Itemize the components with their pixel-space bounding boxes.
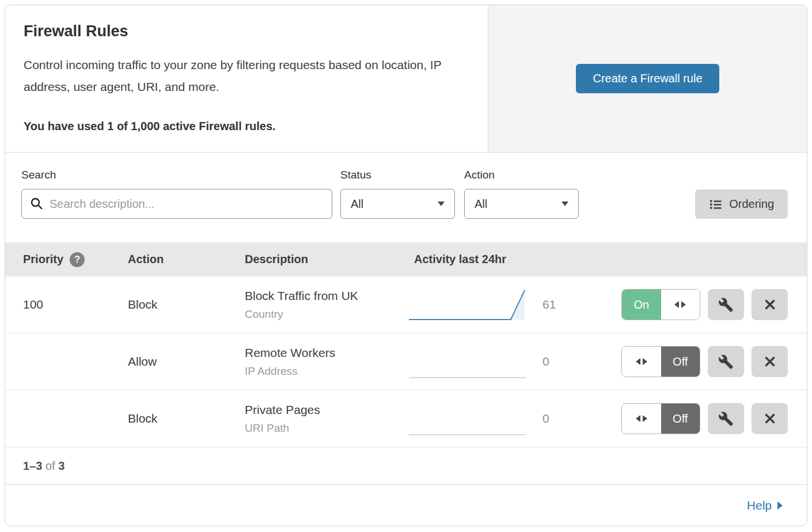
ordering-button-label: Ordering <box>729 197 774 211</box>
search-label: Search <box>21 169 332 181</box>
chevron-down-icon <box>438 202 445 206</box>
pagination-status: 1–3 of 3 <box>5 447 807 484</box>
table-row: 100 Block Block Traffic from UK Country … <box>5 276 807 333</box>
panel-footer: Help <box>5 484 807 526</box>
table-header: Priority ? Action Description Activity l… <box>5 242 807 276</box>
toggle-state-label: Off <box>661 404 700 434</box>
rule-action: Allow <box>128 355 245 368</box>
rule-action: Block <box>128 298 245 311</box>
search-icon <box>30 197 44 211</box>
header-action-panel: Create a Firewall rule <box>488 5 807 152</box>
status-selected-value: All <box>351 197 363 211</box>
toggle-handle <box>622 347 661 377</box>
search-input[interactable] <box>21 189 332 219</box>
activity-count: 0 <box>532 412 601 425</box>
rule-match-type: Country <box>245 308 408 321</box>
usage-note: You have used 1 of 1,000 active Firewall… <box>24 120 469 133</box>
status-select[interactable]: All <box>340 189 455 219</box>
left-right-arrows-icon <box>674 301 686 308</box>
rule-controls: Off <box>601 346 788 377</box>
wrench-icon <box>718 354 734 370</box>
wrench-icon <box>718 411 734 427</box>
close-icon <box>763 355 777 368</box>
list-icon <box>709 197 723 211</box>
column-priority: Priority ? <box>23 252 128 267</box>
rule-action: Block <box>128 412 245 425</box>
rule-description-cell: Private Pages URI Path <box>245 403 408 435</box>
help-question-icon[interactable]: ? <box>70 252 85 267</box>
rule-match-type: URI Path <box>245 422 408 435</box>
activity-count: 61 <box>532 298 601 311</box>
edit-rule-button[interactable] <box>708 289 744 320</box>
rule-controls: On <box>601 289 788 320</box>
pagination-range: 1–3 <box>23 459 42 472</box>
rule-description: Remote Workers <box>245 346 408 360</box>
chevron-down-icon <box>561 202 568 206</box>
toggle-handle <box>661 290 700 320</box>
column-activity: Activity last 24hr <box>408 253 601 266</box>
pagination-of-label: of <box>42 459 58 472</box>
create-firewall-rule-button[interactable]: Create a Firewall rule <box>576 64 719 93</box>
help-link[interactable]: Help <box>747 499 783 512</box>
activity-count: 0 <box>532 355 601 368</box>
delete-rule-button[interactable] <box>752 346 788 377</box>
help-link-label: Help <box>747 499 772 512</box>
close-icon <box>763 412 777 425</box>
table-row: Allow Remote Workers IP Address 0 Off <box>5 333 807 390</box>
left-right-arrows-icon <box>636 415 647 422</box>
table-row: Block Private Pages URI Path 0 Off <box>5 390 807 447</box>
action-select[interactable]: All <box>464 189 579 219</box>
action-selected-value: All <box>475 197 487 211</box>
rule-priority: 100 <box>23 298 128 311</box>
rule-enabled-toggle[interactable]: On <box>621 289 700 320</box>
delete-rule-button[interactable] <box>752 289 788 320</box>
toggle-handle <box>622 404 661 434</box>
firewall-rules-panel: Firewall Rules Control incoming traffic … <box>5 5 807 526</box>
rule-controls: Off <box>601 403 788 434</box>
edit-rule-button[interactable] <box>708 346 744 377</box>
panel-header: Firewall Rules Control incoming traffic … <box>5 5 807 153</box>
rule-description-cell: Block Traffic from UK Country <box>245 289 408 321</box>
rule-enabled-toggle[interactable]: Off <box>621 403 700 434</box>
edit-rule-button[interactable] <box>708 403 744 434</box>
activity-sparkline <box>408 344 532 379</box>
rule-match-type: IP Address <box>245 365 408 378</box>
page-title: Firewall Rules <box>24 22 469 40</box>
activity-sparkline <box>408 287 532 322</box>
column-action: Action <box>128 253 245 266</box>
rule-enabled-toggle[interactable]: Off <box>621 346 700 377</box>
rule-description-cell: Remote Workers IP Address <box>245 346 408 378</box>
header-text-block: Firewall Rules Control incoming traffic … <box>5 5 488 152</box>
page-description: Control incoming traffic to your zone by… <box>24 54 464 98</box>
delete-rule-button[interactable] <box>752 403 788 434</box>
activity-sparkline <box>408 401 532 436</box>
toggle-state-label: On <box>622 290 661 320</box>
left-right-arrows-icon <box>636 358 647 365</box>
rule-description: Block Traffic from UK <box>245 289 408 303</box>
action-label: Action <box>464 169 579 181</box>
ordering-button[interactable]: Ordering <box>695 189 788 219</box>
status-label: Status <box>340 169 455 181</box>
filter-bar: Search Status All Action All <box>5 153 807 242</box>
wrench-icon <box>718 297 734 313</box>
arrow-right-icon <box>777 501 783 510</box>
toggle-state-label: Off <box>661 347 700 377</box>
rule-description: Private Pages <box>245 403 408 417</box>
column-description: Description <box>245 253 408 266</box>
close-icon <box>763 298 777 311</box>
pagination-total: 3 <box>58 459 64 472</box>
